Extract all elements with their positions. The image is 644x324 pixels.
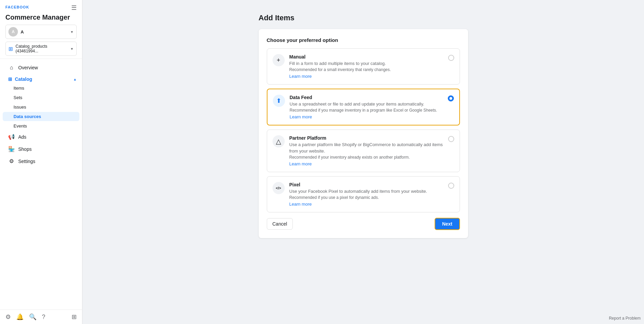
sidebar-item-overview[interactable]: ⌂ Overview: [3, 62, 79, 73]
manual-title: Manual: [289, 54, 443, 60]
report-problem-link[interactable]: Report a Problem: [609, 316, 641, 321]
partner-platform-learn-more[interactable]: Learn more: [289, 161, 312, 166]
layout-icon[interactable]: ⊞: [72, 313, 77, 321]
ads-icon: 📢: [8, 134, 15, 140]
partner-platform-icon: △: [273, 135, 285, 147]
help-icon[interactable]: ?: [42, 314, 45, 321]
pixel-title: Pixel: [289, 182, 443, 187]
sidebar-nav: ⌂ Overview ⊞ Catalog ▲ Items Sets Issues…: [0, 59, 82, 309]
pixel-radio[interactable]: [448, 183, 454, 189]
pixel-icon: </>: [273, 182, 285, 194]
partner-platform-content: Partner Platform Use a partner platform …: [289, 135, 443, 166]
card-subtitle: Choose your preferred option: [267, 37, 460, 43]
bell-icon[interactable]: 🔔: [16, 313, 24, 321]
sidebar-item-items[interactable]: Items: [3, 84, 79, 93]
pixel-learn-more[interactable]: Learn more: [289, 202, 312, 207]
avatar: A: [8, 27, 18, 37]
data-feed-desc: Use a spreadsheet or file to add and upd…: [290, 101, 443, 107]
manual-radio[interactable]: [448, 55, 454, 61]
data-feed-radio[interactable]: [448, 95, 454, 101]
partner-platform-desc: Use a partner platform like Shopify or B…: [289, 142, 443, 154]
overview-label: Overview: [18, 65, 38, 70]
shops-icon: 🏪: [8, 146, 15, 152]
sidebar-item-catalog[interactable]: ⊞ Catalog ▲: [3, 74, 82, 83]
catalog-grid-icon: ⊞: [8, 76, 12, 82]
data-feed-rec: Recommended if you manage inventory in a…: [290, 108, 443, 113]
manual-rec: Recommended for a small inventory that r…: [289, 67, 443, 72]
sidebar-item-sets[interactable]: Sets: [3, 93, 79, 102]
manual-icon: +: [273, 54, 285, 66]
pixel-content: Pixel Use your Facebook Pixel to automat…: [289, 182, 443, 207]
catalog-name: Catalog_products (43461994...: [16, 44, 68, 53]
next-button[interactable]: Next: [435, 218, 460, 230]
option-pixel[interactable]: </> Pixel Use your Facebook Pixel to aut…: [267, 176, 460, 212]
items-label: Items: [14, 86, 24, 91]
manual-content: Manual Fill in a form to add multiple it…: [289, 54, 443, 79]
sidebar-footer: ⚙ 🔔 🔍 ? ⊞: [0, 309, 82, 324]
data-feed-learn-more[interactable]: Learn more: [290, 114, 312, 119]
manual-learn-more[interactable]: Learn more: [289, 74, 312, 79]
shops-label: Shops: [18, 146, 32, 152]
hamburger-icon[interactable]: ☰: [71, 4, 77, 11]
sidebar-item-events[interactable]: Events: [3, 121, 79, 131]
catalog-chevron-up-icon: ▲: [73, 77, 77, 81]
option-data-feed[interactable]: ⬆ Data Feed Use a spreadsheet or file to…: [267, 89, 460, 125]
option-partner-platform[interactable]: △ Partner Platform Use a partner platfor…: [267, 130, 460, 172]
sidebar: FACEBOOK ☰ Commerce Manager A A ▼ ⊞ Cata…: [0, 0, 82, 324]
option-manual[interactable]: + Manual Fill in a form to add multiple …: [267, 48, 460, 85]
commerce-manager-title: Commerce Manager: [5, 14, 77, 21]
partner-platform-radio[interactable]: [448, 136, 454, 142]
sidebar-item-issues[interactable]: Issues: [3, 102, 79, 112]
data-feed-content: Data Feed Use a spreadsheet or file to a…: [290, 95, 443, 119]
options-card: Choose your preferred option + Manual Fi…: [259, 29, 468, 238]
page-title: Add Items: [259, 14, 468, 22]
ads-label: Ads: [18, 134, 26, 140]
data-feed-icon: ⬆: [273, 95, 285, 107]
catalog-label: Catalog: [15, 76, 32, 82]
data-sources-label: Data sources: [14, 114, 41, 119]
catalog-selector[interactable]: ⊞ Catalog_products (43461994... ▼: [5, 42, 77, 56]
sidebar-item-data-sources[interactable]: Data sources: [3, 112, 79, 121]
sidebar-item-shops[interactable]: 🏪 Shops: [3, 143, 79, 155]
pixel-desc: Use your Facebook Pixel to automatically…: [289, 188, 443, 194]
main-content: Add Items Choose your preferred option +…: [82, 0, 644, 324]
sidebar-item-settings[interactable]: ⚙ Settings: [3, 155, 79, 167]
sidebar-item-ads[interactable]: 📢 Ads: [3, 131, 79, 143]
partner-platform-rec: Recommended if your inventory already ex…: [289, 155, 443, 160]
chevron-down-icon: ▼: [70, 30, 74, 34]
catalog-chevron-icon: ▼: [70, 47, 74, 51]
account-name: A: [21, 29, 68, 34]
card-footer: Cancel Next: [267, 218, 460, 230]
manual-desc: Fill in a form to add multiple items to …: [289, 61, 443, 67]
cancel-button[interactable]: Cancel: [267, 218, 293, 230]
account-selector[interactable]: A A ▼: [5, 25, 77, 39]
catalog-section: ⊞ Catalog ▲ Items Sets Issues Data sourc…: [0, 74, 82, 131]
sidebar-header: FACEBOOK ☰ Commerce Manager A A ▼ ⊞ Cata…: [0, 0, 82, 59]
issues-label: Issues: [14, 105, 26, 110]
events-label: Events: [14, 123, 27, 129]
settings-icon: ⚙: [8, 158, 15, 164]
search-icon[interactable]: 🔍: [29, 313, 36, 321]
home-icon: ⌂: [8, 65, 15, 71]
gear-footer-icon[interactable]: ⚙: [5, 313, 11, 321]
grid-icon: ⊞: [8, 46, 13, 52]
pixel-rec: Recommended if you use a pixel for dynam…: [289, 195, 443, 200]
settings-label: Settings: [18, 159, 35, 164]
partner-platform-title: Partner Platform: [289, 135, 443, 141]
facebook-logo: FACEBOOK: [5, 5, 29, 9]
sets-label: Sets: [14, 95, 22, 100]
data-feed-title: Data Feed: [290, 95, 443, 100]
